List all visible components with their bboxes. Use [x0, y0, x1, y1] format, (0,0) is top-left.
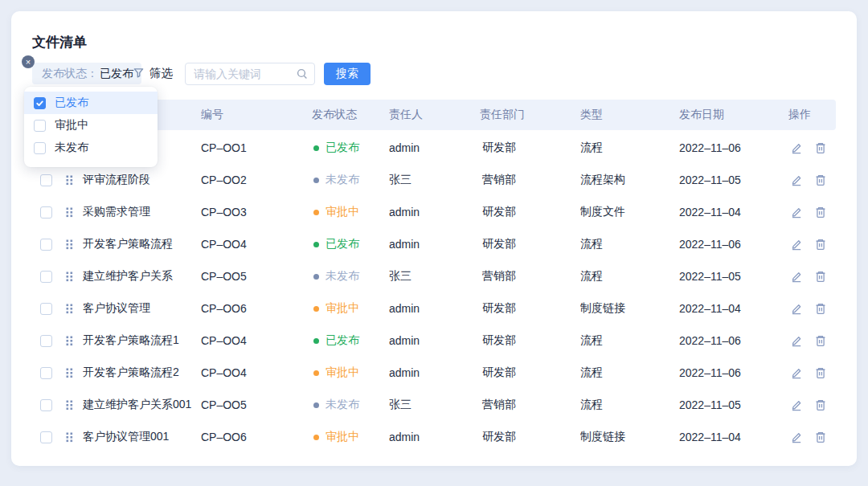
option-label: 未发布: [55, 141, 88, 155]
publish-date: 2022–11–04: [679, 206, 788, 218]
responsible-department: 营销部: [480, 269, 580, 284]
trash-icon[interactable]: [814, 334, 827, 347]
edit-icon[interactable]: [790, 398, 803, 411]
publish-date: 2022–11–05: [679, 174, 788, 186]
file-name-cell: 开发客户策略流程2: [32, 366, 201, 380]
trash-icon[interactable]: [814, 302, 827, 315]
edit-icon[interactable]: [790, 141, 803, 154]
drag-handle-icon[interactable]: [66, 272, 73, 282]
column-header: 操作: [788, 108, 836, 122]
edit-icon[interactable]: [790, 366, 803, 379]
status-badge: 已发布: [312, 237, 389, 251]
row-checkbox[interactable]: [40, 335, 52, 347]
row-checkbox[interactable]: [40, 239, 52, 251]
trash-icon[interactable]: [814, 398, 827, 411]
status-badge: 审批中: [312, 301, 389, 316]
edit-icon[interactable]: [790, 238, 803, 251]
status-dot-icon: [313, 242, 319, 247]
drag-handle-icon[interactable]: [66, 368, 73, 378]
file-name-cell: 客户协议管理: [32, 301, 201, 316]
filter-button[interactable]: 筛选: [133, 63, 173, 84]
trash-icon[interactable]: [814, 174, 827, 186]
trash-icon[interactable]: [814, 366, 827, 379]
file-type: 流程: [580, 141, 679, 155]
option-checkbox[interactable]: [34, 142, 46, 154]
dropdown-option[interactable]: 未发布: [24, 137, 158, 159]
status-text: 审批中: [326, 430, 359, 444]
file-name-cell: 开发客户策略流程1: [32, 333, 201, 348]
drag-handle-icon[interactable]: [66, 207, 73, 218]
option-checkbox[interactable]: [34, 97, 46, 109]
row-checkbox[interactable]: [40, 271, 52, 283]
file-name: 建立维护客户关系: [83, 269, 173, 284]
responsible-department: 研发部: [480, 205, 580, 219]
publish-date: 2022–11–06: [679, 238, 788, 251]
trash-icon[interactable]: [814, 238, 827, 251]
status-dot-icon: [313, 402, 319, 408]
dropdown-option[interactable]: 审批中: [24, 114, 158, 137]
column-header: 责任部门: [480, 108, 580, 122]
drag-handle-icon[interactable]: [66, 400, 73, 410]
drag-handle-icon[interactable]: [66, 304, 73, 314]
drag-handle-icon[interactable]: [66, 432, 73, 443]
status-text: 审批中: [326, 301, 359, 316]
option-checkbox[interactable]: [34, 120, 46, 132]
status-text: 已发布: [326, 237, 359, 251]
search-button[interactable]: 搜索: [324, 63, 371, 85]
file-name: 采购需求管理: [83, 205, 150, 219]
file-name: 客户协议管理001: [83, 430, 169, 444]
edit-icon[interactable]: [790, 302, 803, 315]
trash-icon[interactable]: [814, 431, 827, 443]
row-checkbox[interactable]: [40, 206, 52, 218]
trash-icon[interactable]: [814, 206, 827, 218]
responsible-department: 研发部: [480, 430, 580, 444]
responsible-department: 研发部: [480, 237, 580, 251]
table-row: 客户协议管理001 CP–OO6 审批中 admin 研发部 制度链接 2022…: [32, 421, 836, 453]
file-type: 流程架构: [580, 173, 679, 187]
row-checkbox[interactable]: [40, 303, 52, 315]
edit-icon[interactable]: [790, 270, 803, 283]
drag-handle-icon[interactable]: [66, 239, 73, 250]
drag-handle-icon[interactable]: [66, 336, 73, 346]
responsible-person: admin: [389, 141, 480, 154]
edit-icon[interactable]: [790, 334, 803, 347]
status-badge: 已发布: [312, 141, 389, 155]
responsible-person: 张三: [389, 269, 480, 284]
file-name-cell: 开发客户策略流程: [32, 237, 201, 251]
actions-cell: [788, 366, 836, 379]
row-checkbox[interactable]: [40, 367, 52, 379]
edit-icon[interactable]: [790, 431, 803, 443]
status-filter-tag[interactable]: 发布状态： 已发布: [32, 63, 141, 84]
file-code: CP–OO6: [201, 302, 312, 315]
trash-icon[interactable]: [814, 270, 827, 283]
dropdown-option[interactable]: 已发布: [24, 92, 158, 114]
status-dot-icon: [313, 274, 319, 280]
status-dot-icon: [313, 370, 319, 376]
responsible-person: 张三: [389, 398, 480, 412]
publish-date: 2022–11–04: [679, 302, 788, 315]
status-dot-icon: [313, 435, 319, 440]
responsible-department: 营销部: [480, 173, 580, 187]
edit-icon[interactable]: [790, 174, 803, 186]
responsible-person: 张三: [389, 173, 480, 187]
status-text: 已发布: [326, 333, 359, 348]
publish-date: 2022–11–06: [679, 141, 788, 154]
actions-cell: [788, 238, 836, 251]
file-type: 流程: [580, 269, 679, 284]
option-label: 审批中: [55, 118, 88, 133]
trash-icon[interactable]: [814, 141, 827, 154]
row-checkbox[interactable]: [40, 174, 52, 186]
actions-cell: [788, 206, 836, 218]
responsible-person: admin: [389, 431, 480, 443]
close-icon[interactable]: ×: [22, 55, 35, 68]
status-badge: 已发布: [312, 333, 389, 348]
table-body: CP–OO1 已发布 admin 研发部 流程 2022–11–06 评审流程阶…: [32, 132, 836, 453]
drag-handle-icon[interactable]: [66, 175, 73, 186]
file-type: 流程: [580, 333, 679, 348]
actions-cell: [788, 270, 836, 283]
edit-icon[interactable]: [790, 206, 803, 218]
row-checkbox[interactable]: [40, 431, 52, 443]
row-checkbox[interactable]: [40, 399, 52, 411]
file-type: 流程: [580, 237, 679, 251]
file-name-cell: 采购需求管理: [32, 205, 201, 219]
